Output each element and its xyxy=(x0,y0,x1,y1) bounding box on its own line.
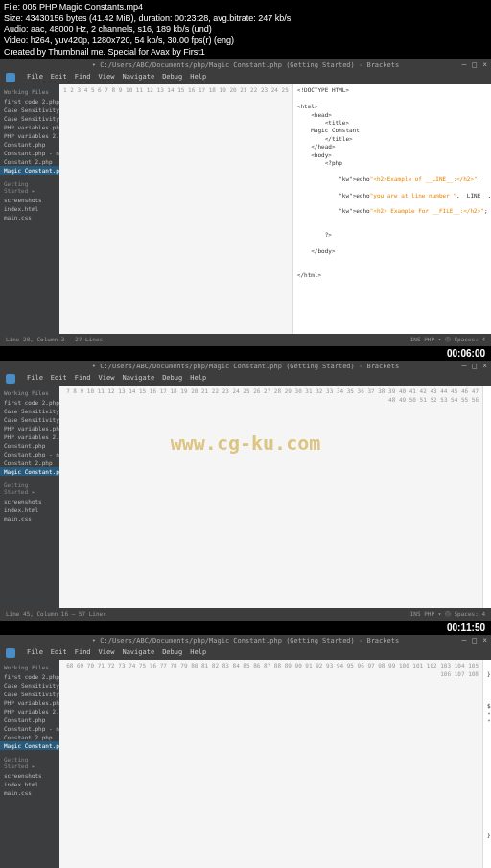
menu-debug[interactable]: Debug xyxy=(162,374,182,384)
menu-edit[interactable]: Edit xyxy=(51,73,67,82)
sidebar-extra-1[interactable]: index.html xyxy=(0,505,59,514)
sidebar-item-3[interactable]: PHP variables.php xyxy=(0,123,59,131)
menu-edit[interactable]: Edit xyxy=(51,374,67,384)
code-area[interactable]: 68 69 70 71 72 73 74 75 76 77 78 79 80 8… xyxy=(59,660,491,868)
sidebar-item-2[interactable]: Case Sensitivity 2.php xyxy=(0,690,59,698)
menu-debug[interactable]: Debug xyxy=(162,648,182,658)
close-button[interactable]: × xyxy=(482,362,487,370)
sidebar-item-4[interactable]: PHP variables 2.php xyxy=(0,707,59,716)
sidebar-item-2[interactable]: Case Sensitivity 2.php xyxy=(0,415,59,424)
menu-bar: FileEditFindViewNavigateDebugHelp xyxy=(0,71,491,84)
window-controls: — □ × xyxy=(462,362,487,370)
sidebar-item-5[interactable]: Constant.php xyxy=(0,441,59,450)
menu-file[interactable]: File xyxy=(27,73,43,82)
menu-help[interactable]: Help xyxy=(190,374,206,384)
getting-started-header[interactable]: Getting Started ▸ xyxy=(0,754,59,771)
getting-started-header[interactable]: Getting Started ▸ xyxy=(0,480,59,497)
menu-debug[interactable]: Debug xyxy=(162,73,182,82)
code-area[interactable]: 1 2 3 4 5 6 7 8 9 10 11 12 13 14 15 16 1… xyxy=(59,84,491,334)
sidebar-extra-1[interactable]: index.html xyxy=(0,780,59,788)
getting-started-header[interactable]: Getting Started ▸ xyxy=(0,178,59,196)
sidebar-item-6[interactable]: Constant.php - new xyxy=(0,149,59,157)
minimize-button[interactable]: — xyxy=(462,636,467,645)
menu-edit[interactable]: Edit xyxy=(51,648,67,658)
sidebar-item-7[interactable]: Constant 2.php xyxy=(0,157,59,166)
video-metadata: File: 005 PHP Magic Constants.mp4 Size: … xyxy=(0,0,491,59)
sidebar-extra-2[interactable]: main.css xyxy=(0,788,59,797)
menu-file[interactable]: File xyxy=(27,374,43,384)
sidebar-item-6[interactable]: Constant.php - new xyxy=(0,450,59,458)
code-area[interactable]: 7 8 9 10 11 12 13 14 15 16 17 18 19 20 2… xyxy=(59,386,491,608)
sidebar-item-0[interactable]: first code 2.php xyxy=(0,398,59,407)
brackets-icon xyxy=(6,73,15,82)
title-path: • C:/Users/ABC/Documents/php/Magic Const… xyxy=(92,363,399,370)
menu-view[interactable]: View xyxy=(99,648,115,658)
brackets-icon xyxy=(6,374,15,384)
window-controls: — □ × xyxy=(462,636,487,645)
sidebar-item-3[interactable]: PHP variables.php xyxy=(0,424,59,433)
status-right: INS PHP ▾ Ⓞ Spaces: 4 xyxy=(410,336,485,344)
menu-navigate[interactable]: Navigate xyxy=(122,648,154,658)
sidebar-item-0[interactable]: first code 2.php xyxy=(0,97,59,106)
sidebar-item-5[interactable]: Constant.php xyxy=(0,140,59,149)
menu-view[interactable]: View xyxy=(99,374,115,384)
sidebar-item-5[interactable]: Constant.php xyxy=(0,716,59,724)
menu-bar: FileEditFindViewNavigateDebugHelp xyxy=(0,372,491,386)
code-content[interactable]: <!DOCTYPE HTML> <html> <head> <title> Ma… xyxy=(293,84,491,334)
editor-body: Working Filesfirst code 2.phpCase Sensit… xyxy=(0,660,491,868)
sidebar-extra-0[interactable]: screenshots xyxy=(0,497,59,505)
sidebar-item-1[interactable]: Case Sensitivity.php xyxy=(0,407,59,415)
close-button[interactable]: × xyxy=(482,636,487,645)
sidebar-item-8[interactable]: Magic Constant.php xyxy=(0,166,59,175)
sidebar-item-7[interactable]: Constant 2.php xyxy=(0,733,59,741)
created-line: Created by Thumbnail me. Special for Ava… xyxy=(4,47,487,59)
sidebar-item-8[interactable]: Magic Constant.php xyxy=(0,741,59,750)
window-controls: — □ × xyxy=(462,60,487,69)
sidebar-extra-0[interactable]: screenshots xyxy=(0,771,59,780)
menu-file[interactable]: File xyxy=(27,648,43,658)
editor-body: Working Filesfirst code 2.phpCase Sensit… xyxy=(0,84,491,334)
minimize-button[interactable]: — xyxy=(462,60,467,69)
status-bar: Line 45, Column 16 — 57 Lines INS PHP ▾ … xyxy=(0,608,491,621)
sidebar-item-4[interactable]: PHP variables 2.php xyxy=(0,433,59,441)
code-content[interactable]: } } $obj = "kw">new second; $b->test_fir… xyxy=(483,660,491,868)
title-bar: • C:/Users/ABC/Documents/php/Magic Const… xyxy=(0,59,491,71)
sidebar-item-0[interactable]: first code 2.php xyxy=(0,672,59,681)
sidebar: Working Filesfirst code 2.phpCase Sensit… xyxy=(0,386,59,608)
maximize-button[interactable]: □ xyxy=(472,362,477,370)
menu-find[interactable]: Find xyxy=(75,374,91,384)
minimize-button[interactable]: — xyxy=(462,362,467,370)
menu-find[interactable]: Find xyxy=(75,648,91,658)
maximize-button[interactable]: □ xyxy=(472,636,477,645)
close-button[interactable]: × xyxy=(482,60,487,69)
sidebar-extra-2[interactable]: main.css xyxy=(0,213,59,222)
menu-navigate[interactable]: Navigate xyxy=(122,374,154,384)
menu-help[interactable]: Help xyxy=(190,648,206,658)
audio-line: Audio: aac, 48000 Hz, 2 channels, s16, 1… xyxy=(4,24,487,35)
size-line: Size: 43430156 bytes (41.42 MiB), durati… xyxy=(4,13,487,25)
code-content[interactable]: </head> <body> <?php "kw">echo"<h2>Examp… xyxy=(483,386,491,608)
sidebar-item-8[interactable]: Magic Constant.php xyxy=(0,467,59,476)
sidebar-item-1[interactable]: Case Sensitivity.php xyxy=(0,106,59,114)
menu-help[interactable]: Help xyxy=(190,73,206,82)
menu-bar: FileEditFindViewNavigateDebugHelp xyxy=(0,646,491,660)
menu-find[interactable]: Find xyxy=(75,73,91,82)
sidebar: Working Filesfirst code 2.phpCase Sensit… xyxy=(0,660,59,868)
sidebar-item-4[interactable]: PHP variables 2.php xyxy=(0,131,59,140)
brackets-icon xyxy=(6,648,15,658)
editor-frame-0: • C:/Users/ABC/Documents/php/Magic Const… xyxy=(0,59,491,346)
sidebar-item-6[interactable]: Constant.php - new xyxy=(0,724,59,733)
sidebar-item-7[interactable]: Constant 2.php xyxy=(0,458,59,467)
sidebar-extra-0[interactable]: screenshots xyxy=(0,196,59,204)
sidebar-item-2[interactable]: Case Sensitivity 2.php xyxy=(0,114,59,123)
sidebar-item-1[interactable]: Case Sensitivity.php xyxy=(0,681,59,690)
maximize-button[interactable]: □ xyxy=(472,60,477,69)
editor-body: Working Filesfirst code 2.phpCase Sensit… xyxy=(0,386,491,608)
sidebar-extra-2[interactable]: main.css xyxy=(0,514,59,523)
status-right: INS PHP ▾ Ⓞ Spaces: 4 xyxy=(410,610,485,619)
sidebar-extra-1[interactable]: index.html xyxy=(0,204,59,213)
menu-navigate[interactable]: Navigate xyxy=(122,73,154,82)
title-path: • C:/Users/ABC/Documents/php/Magic Const… xyxy=(92,637,399,645)
menu-view[interactable]: View xyxy=(99,73,115,82)
sidebar-item-3[interactable]: PHP variables.php xyxy=(0,698,59,707)
